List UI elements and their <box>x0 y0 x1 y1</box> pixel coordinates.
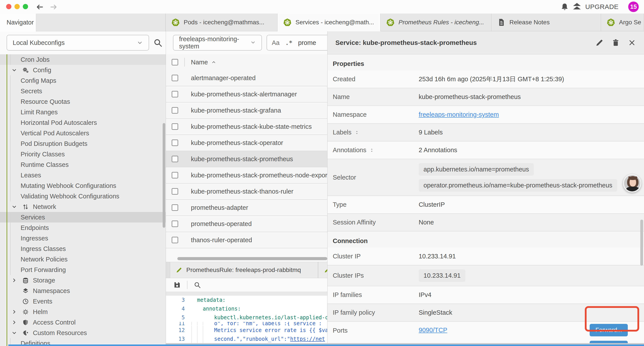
sidebar-item-access-control[interactable]: Access Control <box>0 317 166 328</box>
tab-services-icecheng-math[interactable]: Services - icecheng@math...× <box>278 13 380 31</box>
horizontal-scrollbar[interactable] <box>177 257 327 260</box>
back-arrow-icon[interactable] <box>36 3 44 11</box>
value-chip[interactable]: 10.233.14.91 <box>419 269 465 282</box>
table-row-kube-prometheus-stack-operator[interactable]: kube-prometheus-stack-operator <box>166 135 327 151</box>
sidebar-item-ingresses[interactable]: Ingresses <box>0 233 166 244</box>
sidebar-item-port-forwarding[interactable]: Port Forwarding <box>0 265 166 275</box>
row-checkbox[interactable] <box>172 107 178 114</box>
match-case-toggle[interactable]: Aa <box>272 39 280 46</box>
sidebar-item-network[interactable]: Network <box>0 201 166 212</box>
row-checkbox[interactable] <box>172 139 178 146</box>
row-checkbox[interactable] <box>172 172 178 178</box>
sidebar-item-priority-classes[interactable]: Priority Classes <box>0 149 166 159</box>
forward-arrow-icon[interactable] <box>50 3 58 11</box>
sidebar-item-leases[interactable]: Leases <box>0 170 166 180</box>
notification-count-badge[interactable]: 15 <box>628 1 639 12</box>
edit-pencil-icon[interactable] <box>595 38 604 47</box>
delete-trash-icon[interactable] <box>612 38 620 47</box>
table-row-thanos-ruler-operated[interactable]: thanos-ruler-operated <box>166 232 327 248</box>
editor-tab-prometheusrule[interactable]: PrometheusRule: freeleaps-prod-rabbitmq <box>170 262 318 278</box>
sidebar-item-storage[interactable]: Storage <box>0 275 166 286</box>
chevron-down-icon[interactable] <box>10 204 18 210</box>
table-row-kube-prometheus-stack-prometheus-node-expor[interactable]: kube-prometheus-stack-prometheus-node-ex… <box>166 167 327 184</box>
row-checkbox[interactable] <box>172 237 178 243</box>
assistant-avatar[interactable] <box>623 174 641 193</box>
sidebar-item-limit-ranges[interactable]: Limit Ranges <box>0 107 166 117</box>
yaml-editor[interactable]: 3metadata:4annotations:5kubectl.kubernet… <box>166 296 327 344</box>
value-chip[interactable]: app.kubernetes.io/name=prometheus <box>419 163 534 176</box>
table-row-alertmanager-operated[interactable]: alertmanager-operated <box>166 70 327 86</box>
row-checkbox[interactable] <box>172 156 178 162</box>
kubeconfig-selector[interactable]: Local Kubeconfigs <box>6 35 149 50</box>
close-tab-icon[interactable]: × <box>378 19 380 26</box>
sidebar-item-namespaces[interactable]: Namespaces <box>0 286 166 296</box>
sidebar-item-config[interactable]: Config <box>0 65 166 75</box>
sidebar-item-config-maps[interactable]: Config Maps <box>0 75 166 86</box>
sidebar-scrollbar[interactable] <box>163 123 165 228</box>
sort-ascending-icon[interactable] <box>211 60 216 65</box>
chevron-right-icon[interactable] <box>10 309 18 315</box>
sidebar-item-cron-jobs[interactable]: Cron Jobs <box>0 54 166 65</box>
upgrade-button[interactable]: UPGRADE <box>572 2 618 12</box>
chevron-right-icon[interactable] <box>10 320 18 325</box>
regex-toggle[interactable]: .* <box>285 39 292 46</box>
details-scrollbar[interactable] <box>640 220 643 266</box>
chevron-right-icon[interactable] <box>10 278 18 283</box>
row-checkbox[interactable] <box>172 221 178 227</box>
sidebar-item-pod-disruption-budgets[interactable]: Pod Disruption Budgets <box>0 138 166 149</box>
sidebar-item-resource-quotas[interactable]: Resource Quotas <box>0 96 166 107</box>
chevron-down-icon[interactable] <box>10 67 18 73</box>
tab-release-notes[interactable]: Release Notes <box>492 13 601 31</box>
sidebar-item-network-policies[interactable]: Network Policies <box>0 254 166 265</box>
tab-prometheus-rules-icecheng[interactable]: Prometheus Rules - icecheng... <box>380 13 492 31</box>
table-row-kube-prometheus-stack-kube-state-metrics[interactable]: kube-prometheus-stack-kube-state-metrics <box>166 119 327 135</box>
row-checkbox[interactable] <box>172 188 178 195</box>
sidebar-item-helm[interactable]: HELMHelm <box>0 307 166 317</box>
sidebar-search-icon[interactable] <box>153 38 163 47</box>
code-link[interactable]: https://net <box>290 336 325 342</box>
table-row-kube-prometheus-stack-prometheus[interactable]: kube-prometheus-stack-prometheus <box>166 151 327 167</box>
name-column-header[interactable]: Name <box>191 59 208 66</box>
sort-toggle-icon[interactable] <box>369 148 374 153</box>
tab-argo-se[interactable]: Argo Se <box>601 13 644 31</box>
table-row-kube-prometheus-stack-thanos-ruler[interactable]: kube-prometheus-stack-thanos-ruler <box>166 184 327 200</box>
sidebar-item-mutating-webhook-configurations[interactable]: Mutating Webhook Configurations <box>0 180 166 191</box>
port-link[interactable]: 9090/TCP <box>419 327 448 334</box>
tab-pods-icecheng-mathmas[interactable]: Pods - icecheng@mathmas... <box>166 13 278 31</box>
value-chip[interactable]: operator.prometheus.io/name=kube-prometh… <box>419 179 617 192</box>
save-icon[interactable] <box>174 281 181 289</box>
sidebar-item-custom-resources[interactable]: Custom Resources <box>0 328 166 338</box>
sidebar-item-horizontal-pod-autoscalers[interactable]: Horizontal Pod Autoscalers <box>0 117 166 128</box>
sidebar-item-ingress-classes[interactable]: Ingress Classes <box>0 244 166 254</box>
window-zoom-button[interactable] <box>23 4 28 9</box>
sidebar-item-events[interactable]: Events <box>0 296 166 307</box>
table-row-prometheus-adapter[interactable]: prometheus-adapter <box>166 200 327 216</box>
row-checkbox[interactable] <box>172 123 178 130</box>
table-row-kube-prometheus-stack-grafana[interactable]: kube-prometheus-stack-grafana <box>166 102 327 119</box>
chevron-down-icon[interactable] <box>10 330 18 336</box>
sidebar-item-validating-webhook-configurations[interactable]: Validating Webhook Configurations <box>0 191 166 201</box>
sort-toggle-icon[interactable] <box>354 130 359 135</box>
tab-navigator[interactable]: Navigator <box>0 13 36 31</box>
editor-search-icon[interactable] <box>194 281 201 289</box>
sidebar-item-endpoints[interactable]: Endpoints <box>0 223 166 233</box>
close-icon[interactable] <box>628 38 636 47</box>
sidebar-item-runtime-classes[interactable]: Runtime Classes <box>0 159 166 170</box>
window-close-button[interactable] <box>6 4 12 9</box>
editor-tab-partial[interactable] <box>318 262 328 278</box>
namespace-selector[interactable]: freeleaps-monitoring-system <box>173 35 262 50</box>
detail-value-link[interactable]: freeleaps-monitoring-system <box>419 111 499 118</box>
forward-button[interactable]: Forward... <box>590 324 628 336</box>
notifications-bell-icon[interactable] <box>560 3 569 11</box>
row-checkbox[interactable] <box>172 75 178 81</box>
window-minimize-button[interactable] <box>14 4 20 9</box>
select-all-checkbox[interactable] <box>172 59 178 65</box>
row-checkbox[interactable] <box>172 204 178 211</box>
filter-input[interactable]: Aa .* prome <box>266 35 328 50</box>
row-checkbox[interactable] <box>172 91 178 97</box>
sidebar-item-vertical-pod-autoscalers[interactable]: Vertical Pod Autoscalers <box>0 128 166 138</box>
table-row-prometheus-operated[interactable]: prometheus-operated <box>166 216 327 232</box>
sidebar-item-secrets[interactable]: Secrets <box>0 86 166 96</box>
sidebar-item-services[interactable]: Services <box>0 212 166 223</box>
table-row-kube-prometheus-stack-alertmanager[interactable]: kube-prometheus-stack-alertmanager <box>166 86 327 102</box>
